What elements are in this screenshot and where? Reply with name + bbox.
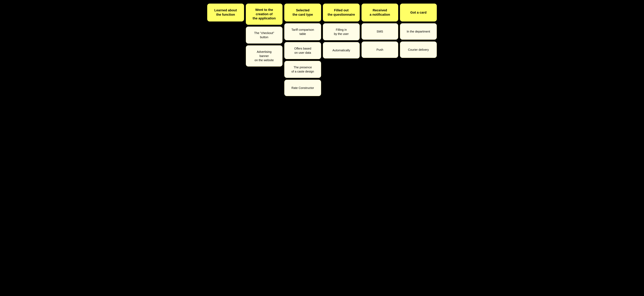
item-card-2-1: The "checkout" button [246,27,283,44]
item-card-6-2: Courier delivery [400,42,437,58]
diagram-container: Learned about the functionWent to the cr… [207,4,437,96]
item-card-5-1: SMS [362,23,398,40]
header-card-2: Went to the creation of the application [246,4,283,25]
column-4: Filled out the questionnaireFilling in b… [323,4,360,59]
column-1: Learned about the function [207,4,244,22]
item-card-3-2: Offers based on user data [284,42,321,59]
column-5: Received a notificationSMSPush [362,4,398,58]
item-card-3-3: The presence of a caste design [284,61,321,78]
column-6: Got a cardIn the departmentCourier deliv… [400,4,437,58]
column-2: Went to the creation of the applicationT… [246,4,283,67]
header-card-3: Selected the card type [284,4,321,22]
header-card-4: Filled out the questionnaire [323,4,360,22]
header-card-5: Received a notification [362,4,398,22]
item-card-2-2: Advertising banner on the website [246,45,283,67]
header-card-6: Got a card [400,4,437,22]
item-card-5-2: Push [362,42,398,58]
column-3: Selected the card typeTariff comparison … [284,4,321,96]
item-card-6-1: In the department [400,23,437,40]
item-card-3-4: Rate Constructor [284,80,321,96]
item-card-4-1: Filling in by the user [323,23,360,40]
item-card-3-1: Tariff comparison table [284,23,321,40]
header-card-1: Learned about the function [207,4,244,22]
item-card-4-2: Automatically [323,42,360,59]
